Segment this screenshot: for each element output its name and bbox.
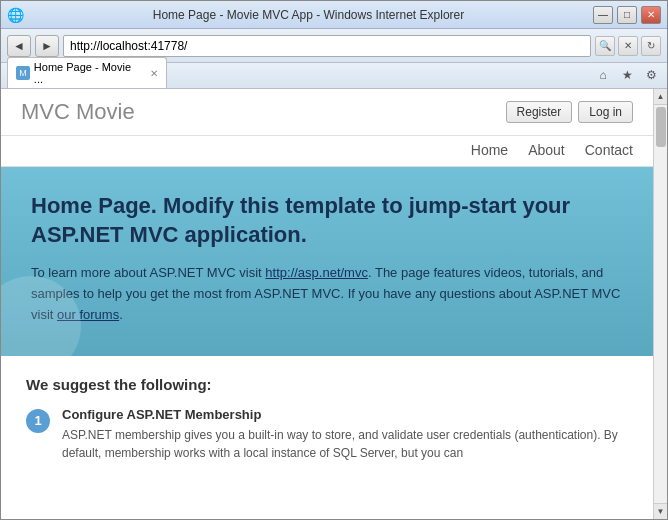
scroll-down-button[interactable]: ▼	[654, 503, 668, 519]
title-bar: 🌐 Home Page - Movie MVC App - Windows In…	[1, 1, 667, 29]
page-content: MVC Movie Register Log in Home About Con…	[1, 89, 653, 519]
favorites-icon[interactable]: ★	[617, 65, 637, 85]
tab-favicon: M	[16, 66, 30, 80]
stop-icon[interactable]: ✕	[618, 36, 638, 56]
settings-icon[interactable]: ⚙	[641, 65, 661, 85]
back-button[interactable]: ◄	[7, 35, 31, 57]
refresh-icon[interactable]: ↻	[641, 36, 661, 56]
register-button[interactable]: Register	[506, 101, 573, 123]
header-right: Register Log in	[506, 101, 633, 123]
asp-net-mvc-link[interactable]: http://asp.net/mvc	[265, 265, 368, 280]
site-logo: MVC Movie	[21, 99, 135, 125]
search-icon[interactable]: 🔍	[595, 36, 615, 56]
suggestion-body-1: ASP.NET membership gives you a built-in …	[62, 426, 628, 462]
hero-body-1: To learn more about ASP.NET MVC visit	[31, 265, 265, 280]
nav-about[interactable]: About	[528, 142, 565, 158]
close-button[interactable]: ✕	[641, 6, 661, 24]
main-nav: Home About Contact	[471, 142, 633, 158]
home-icon[interactable]: ⌂	[593, 65, 613, 85]
active-tab[interactable]: M Home Page - Movie ... ✕	[7, 57, 167, 88]
tab-title: Home Page - Movie ...	[34, 61, 142, 85]
ie-logo-icon: 🌐	[7, 7, 24, 23]
main-content: We suggest the following: 1 Configure AS…	[1, 356, 653, 482]
suggestion-text-1: Configure ASP.NET Membership ASP.NET mem…	[62, 407, 628, 462]
forward-button[interactable]: ►	[35, 35, 59, 57]
browser-content: MVC Movie Register Log in Home About Con…	[1, 89, 667, 519]
toolbar-right: ⌂ ★ ⚙	[593, 65, 661, 88]
hero-title: Home Page. Modify this template to jump-…	[31, 192, 623, 249]
scroll-thumb[interactable]	[656, 107, 666, 147]
nav-home[interactable]: Home	[471, 142, 508, 158]
maximize-button[interactable]: □	[617, 6, 637, 24]
hero-title-bold: Home Page.	[31, 193, 157, 218]
hero-section: Home Page. Modify this template to jump-…	[1, 167, 653, 356]
hero-body: To learn more about ASP.NET MVC visit ht…	[31, 263, 623, 325]
browser-window: 🌐 Home Page - Movie MVC App - Windows In…	[0, 0, 668, 520]
auth-controls: Register Log in	[506, 101, 633, 123]
scrollbar: ▲ ▼	[653, 89, 667, 519]
suggest-title: We suggest the following:	[26, 376, 628, 393]
title-bar-left: 🌐	[7, 7, 24, 23]
window-controls: — □ ✕	[593, 6, 661, 24]
window-title: Home Page - Movie MVC App - Windows Inte…	[24, 8, 593, 22]
login-button[interactable]: Log in	[578, 101, 633, 123]
scroll-up-button[interactable]: ▲	[654, 89, 668, 105]
hero-body-4: .	[119, 307, 123, 322]
minimize-button[interactable]: —	[593, 6, 613, 24]
address-controls: 🔍 ✕ ↻	[595, 36, 661, 56]
site-header: MVC Movie Register Log in	[1, 89, 653, 136]
address-input[interactable]	[63, 35, 591, 57]
suggestion-badge-1: 1	[26, 409, 50, 433]
tab-close-button[interactable]: ✕	[150, 68, 158, 79]
nav-bar: Home About Contact	[1, 136, 653, 167]
suggestion-heading-1: Configure ASP.NET Membership	[62, 407, 628, 422]
tab-bar: M Home Page - Movie ... ✕ ⌂ ★ ⚙	[1, 63, 667, 89]
suggestion-item-1: 1 Configure ASP.NET Membership ASP.NET m…	[26, 407, 628, 462]
forums-link[interactable]: our forums	[57, 307, 119, 322]
scroll-track[interactable]	[654, 105, 667, 519]
nav-contact[interactable]: Contact	[585, 142, 633, 158]
